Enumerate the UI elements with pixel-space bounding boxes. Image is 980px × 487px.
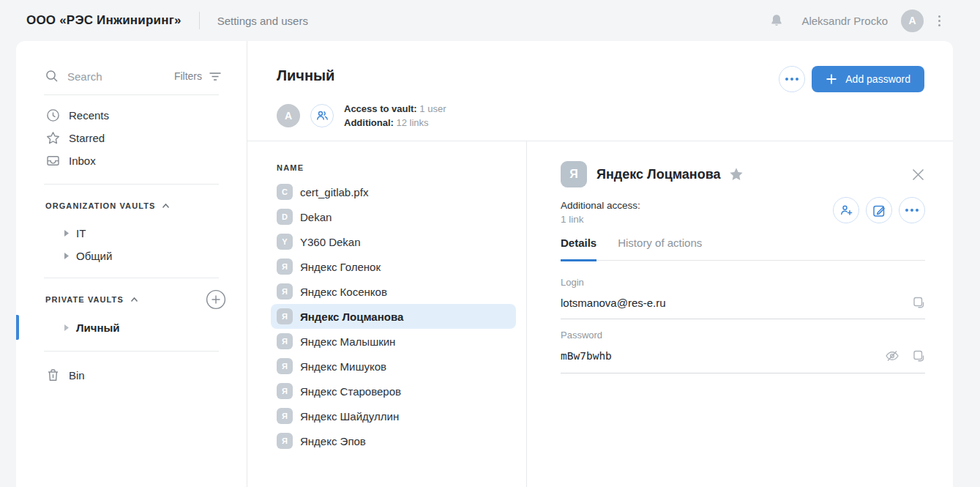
vault-label: IT bbox=[76, 227, 86, 239]
eye-off-icon[interactable] bbox=[885, 349, 899, 363]
section-title: ORGANIZATION VAULTS bbox=[45, 201, 155, 210]
active-indicator bbox=[16, 315, 19, 340]
access-value: 1 user bbox=[419, 103, 446, 114]
sidebar-item-bin[interactable]: Bin bbox=[16, 364, 247, 386]
detail-tabs: Details History of actions bbox=[561, 237, 925, 261]
sidebar-item-starred[interactable]: Starred bbox=[16, 127, 247, 149]
sidebar-item-label: Inbox bbox=[69, 155, 96, 167]
search-icon bbox=[45, 70, 59, 83]
add-vault-button[interactable] bbox=[206, 289, 226, 310]
star-icon bbox=[46, 131, 60, 145]
vault-item-lichnyy[interactable]: Личный bbox=[16, 315, 247, 340]
sidebar-item-label: Recents bbox=[69, 109, 109, 122]
tab-details[interactable]: Details bbox=[561, 237, 596, 261]
additional-access-block: Additional access: 1 link bbox=[561, 198, 640, 226]
item-name: Яндекс Голенок bbox=[300, 261, 381, 273]
item-more-button[interactable] bbox=[899, 197, 925, 223]
content-card: Filters Recents bbox=[16, 41, 953, 487]
item-name: Y360 Dekan bbox=[300, 236, 361, 248]
private-vaults-header[interactable]: PRIVATE VAULTS bbox=[16, 278, 247, 308]
additional-access-label: Additional access: bbox=[561, 198, 640, 212]
list-item[interactable]: ЯЯндекс Голенок bbox=[271, 254, 516, 279]
list-item[interactable]: ЯЯндекс Староверов bbox=[271, 379, 516, 404]
vault-label: Личный bbox=[76, 321, 120, 334]
item-avatar: Я bbox=[277, 308, 293, 324]
page-title: Личный bbox=[277, 67, 334, 84]
password-label: Password bbox=[561, 330, 925, 341]
inbox-icon bbox=[46, 154, 60, 168]
vault-item-obshchiy[interactable]: Общий bbox=[16, 245, 247, 267]
more-menu-icon[interactable] bbox=[935, 12, 943, 29]
list-item[interactable]: ЯЯндекс Лоцманова bbox=[271, 304, 516, 329]
tab-history[interactable]: History of actions bbox=[618, 237, 702, 261]
item-detail-panel: Я Яндекс Лоцманова Additional access: 1 … bbox=[528, 141, 953, 487]
trash-icon bbox=[46, 368, 60, 382]
login-label: Login bbox=[561, 277, 925, 289]
password-field: Password mBw7bwhb bbox=[561, 330, 925, 373]
item-name: Яндекс Шайдуллин bbox=[300, 410, 399, 423]
item-avatar: Я bbox=[277, 259, 293, 275]
close-icon[interactable] bbox=[911, 168, 925, 182]
item-avatar: Я bbox=[277, 408, 293, 424]
access-label: Access to vault: bbox=[344, 103, 417, 114]
sidebar-divider bbox=[44, 351, 219, 352]
shared-users-icon[interactable] bbox=[310, 104, 334, 127]
brand-title: ООО «РЭС Инжиниринг» bbox=[26, 13, 182, 28]
additional-access-value: 1 link bbox=[561, 212, 640, 226]
sidebar: Filters Recents bbox=[16, 41, 247, 487]
item-name: Яндекс Лоцманова bbox=[300, 311, 403, 323]
user-avatar[interactable]: A bbox=[901, 10, 924, 32]
list-item[interactable]: ЯЯндекс Малышкин bbox=[271, 329, 516, 354]
list-item[interactable]: ЯЯндекс Косенков bbox=[271, 279, 516, 304]
vault-label: Общий bbox=[76, 250, 112, 262]
ellipsis-icon bbox=[785, 78, 798, 81]
vault-owner-avatar[interactable]: A bbox=[277, 104, 300, 127]
plus-icon bbox=[826, 73, 837, 85]
sidebar-item-inbox[interactable]: Inbox bbox=[16, 149, 247, 172]
password-value: mBw7bwhb bbox=[561, 350, 885, 362]
copy-icon[interactable] bbox=[912, 296, 925, 309]
item-avatar: Я bbox=[277, 433, 293, 449]
filters-button[interactable]: Filters bbox=[174, 70, 202, 82]
additional-label: Additional: bbox=[344, 117, 394, 128]
sidebar-item-recents[interactable]: Recents bbox=[16, 104, 247, 127]
column-header-name: NAME bbox=[277, 163, 304, 172]
login-field: Login lotsmanova@res-e.ru bbox=[561, 277, 925, 319]
login-value: lotsmanova@res-e.ru bbox=[561, 297, 912, 309]
vault-item-it[interactable]: IT bbox=[16, 222, 247, 245]
sidebar-item-label: Starred bbox=[69, 132, 105, 144]
item-avatar: Y bbox=[277, 234, 293, 250]
item-avatar: Я bbox=[277, 383, 293, 399]
star-icon[interactable] bbox=[729, 167, 744, 182]
item-name: Яндекс Староверов bbox=[300, 385, 401, 398]
vault-more-button[interactable] bbox=[779, 66, 805, 92]
item-name: Яндекс Малышкин bbox=[300, 335, 395, 348]
ellipsis-icon bbox=[905, 209, 919, 212]
list-item[interactable]: YY360 Dekan bbox=[271, 229, 516, 254]
organization-vaults-header[interactable]: ORGANIZATION VAULTS bbox=[16, 185, 247, 214]
bell-icon[interactable] bbox=[769, 13, 784, 28]
items-list-panel: NAME Ccert_gitlab.pfxDDekanYY360 DekanЯЯ… bbox=[247, 141, 527, 487]
copy-icon[interactable] bbox=[912, 349, 925, 363]
edit-button[interactable] bbox=[866, 197, 892, 223]
triangle-right-icon bbox=[64, 253, 69, 259]
list-item[interactable]: Ccert_gitlab.pfx bbox=[271, 179, 516, 204]
item-name: Dekan bbox=[300, 211, 332, 223]
additional-value: 12 links bbox=[397, 117, 429, 128]
clock-icon bbox=[46, 108, 60, 122]
add-password-button[interactable]: Add password bbox=[812, 66, 924, 92]
list-item[interactable]: ЯЯндекс Мишуков bbox=[271, 354, 516, 379]
chevron-up-icon bbox=[130, 297, 138, 302]
chevron-up-icon bbox=[162, 203, 170, 209]
list-item[interactable]: ЯЯндекс Эпов bbox=[271, 428, 516, 453]
share-access-button[interactable] bbox=[833, 197, 859, 223]
list-item[interactable]: DDekan bbox=[271, 204, 516, 229]
filter-icon[interactable] bbox=[209, 70, 222, 82]
add-password-label: Add password bbox=[845, 73, 910, 85]
item-name: Яндекс Косенков bbox=[300, 286, 387, 298]
section-title: PRIVATE VAULTS bbox=[45, 295, 124, 304]
item-name: cert_gitlab.pfx bbox=[300, 186, 368, 198]
list-item[interactable]: ЯЯндекс Шайдуллин bbox=[271, 404, 516, 428]
search-input[interactable] bbox=[67, 70, 174, 83]
item-name: Яндекс Мишуков bbox=[300, 360, 386, 373]
